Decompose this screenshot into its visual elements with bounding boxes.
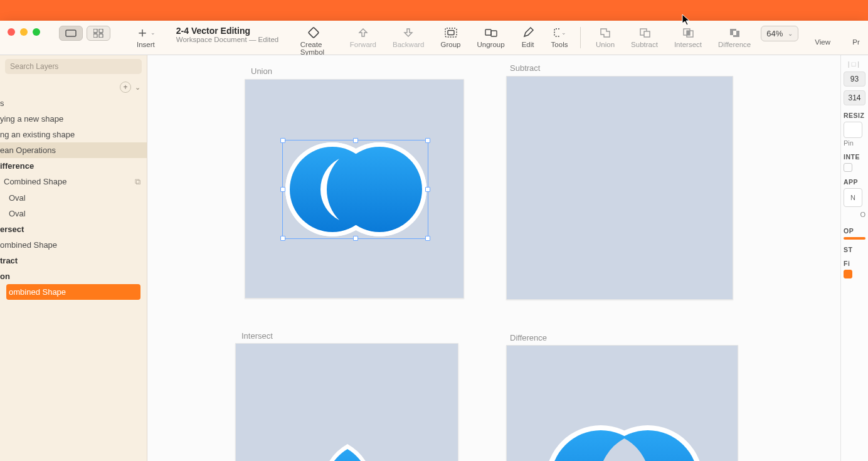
selection-bounds[interactable] [282, 140, 428, 239]
resize-handle-mr[interactable] [425, 187, 430, 192]
minimize-window-button[interactable] [20, 28, 28, 36]
artboard-intersect[interactable] [235, 343, 458, 461]
svg-rect-8 [485, 29, 491, 35]
subtract-icon [638, 26, 652, 40]
difference-shape [507, 346, 739, 461]
group-button[interactable]: Group [435, 26, 467, 48]
insert-button[interactable]: ＋⌄ Insert [130, 26, 161, 48]
layer-row[interactable]: ng an existing shape [0, 127, 147, 142]
layer-list: sying a new shapeng an existing shapeean… [0, 95, 147, 300]
interaction-checkbox[interactable] [844, 163, 852, 172]
insert-label: Insert [137, 41, 155, 48]
ungroup-label: Ungroup [477, 41, 504, 48]
layer-row[interactable]: on [0, 268, 147, 284]
layer-row[interactable]: Oval [0, 190, 147, 206]
tools-icon: ⌄ [553, 26, 566, 40]
zoom-control: 64% ⌄ [761, 26, 798, 41]
layer-row[interactable]: ersect [0, 221, 147, 237]
view-label: View [806, 38, 839, 46]
diamond-icon [307, 26, 320, 40]
position-y-field[interactable]: 314 [844, 90, 865, 105]
position-x-field[interactable]: 93 [844, 72, 865, 87]
resize-handle-ml[interactable] [280, 187, 285, 192]
zoom-window-button[interactable] [33, 28, 40, 36]
backward-button[interactable]: Backward [386, 26, 431, 48]
components-view-button[interactable] [87, 26, 110, 41]
svg-rect-0 [66, 30, 76, 36]
layer-row[interactable]: ombined Shape [0, 237, 147, 253]
svg-rect-5 [309, 28, 319, 38]
canvas-area[interactable]: Union [147, 55, 840, 461]
svg-rect-6 [445, 28, 457, 37]
fill-enabled-checkbox[interactable] [844, 270, 852, 278]
interaction-header: INTE [844, 153, 865, 161]
style-preset-button[interactable]: N [844, 188, 862, 207]
canvas-view-button[interactable] [59, 26, 83, 41]
resize-handle-bm[interactable] [353, 236, 358, 241]
layers-sidebar: Search Layers + ⌄ sying a new shapeng an… [0, 55, 147, 461]
align-controls[interactable]: |□| [844, 59, 865, 72]
chevron-down-icon: ⌄ [788, 30, 793, 37]
close-window-button[interactable] [8, 28, 15, 36]
ungroup-button[interactable]: Ungroup [470, 26, 511, 48]
layer-row[interactable]: ombined Shape [6, 284, 140, 300]
grid-icon [93, 29, 103, 38]
union-label: Union [596, 41, 615, 48]
edit-button[interactable]: Edit [515, 26, 541, 48]
layer-row[interactable]: ifference [0, 158, 147, 174]
opacity-short-label: O [844, 211, 865, 218]
zoom-value: 64% [766, 29, 783, 38]
intersect-label: Intersect [674, 41, 702, 48]
subtract-label: Subtract [631, 41, 658, 48]
artboard-label-union[interactable]: Union [251, 66, 272, 76]
resize-handle-tm[interactable] [353, 138, 358, 143]
layer-row[interactable]: s [0, 95, 147, 111]
artboard-difference[interactable] [506, 345, 738, 461]
intersect-shape [236, 344, 459, 461]
resize-handle-bl[interactable] [280, 236, 285, 241]
create-symbol-button[interactable]: Create Symbol [294, 26, 334, 56]
create-symbol-label: Create Symbol [300, 41, 327, 56]
artboard-label-difference[interactable]: Difference [510, 333, 547, 342]
union-icon [598, 26, 612, 40]
chevron-down-icon[interactable]: ⌄ [135, 83, 140, 92]
resizing-preview[interactable] [844, 122, 862, 138]
layer-row[interactable]: ean Operations [0, 142, 147, 158]
intersect-button[interactable]: Intersect [668, 26, 708, 48]
layer-row[interactable]: tract [0, 253, 147, 268]
layer-row[interactable]: Oval [0, 206, 147, 221]
add-page-button[interactable]: + [120, 82, 131, 93]
mask-icon: ⧉ [135, 177, 140, 187]
svg-rect-4 [99, 34, 103, 38]
document-subtitle: Workspace Document — Edited [176, 36, 279, 43]
view-button[interactable]: View [802, 26, 843, 46]
prototype-label: Pr [849, 38, 861, 46]
subtract-button[interactable]: Subtract [625, 26, 664, 48]
search-layers-input[interactable]: Search Layers [5, 59, 142, 74]
canvas-icon [65, 29, 77, 37]
forward-button[interactable]: Forward [344, 26, 383, 48]
resize-handle-br[interactable] [425, 236, 430, 241]
layer-row[interactable]: ying a new shape [0, 111, 147, 127]
style-header: ST [844, 246, 865, 253]
resize-handle-tr[interactable] [425, 138, 430, 143]
union-button[interactable]: Union [590, 26, 621, 48]
prototype-button[interactable]: Pr [847, 26, 862, 46]
app-window: ＋⌄ Insert 2-4 Vector Editing Workspace D… [0, 21, 868, 461]
difference-button[interactable]: Difference [712, 26, 757, 48]
resize-handle-tl[interactable] [280, 138, 285, 143]
document-title-block: 2-4 Vector Editing Workspace Document — … [165, 26, 290, 43]
bring-forward-icon [356, 26, 370, 40]
svg-rect-9 [491, 31, 497, 36]
forward-label: Forward [350, 41, 376, 48]
artboard-subtract[interactable] [506, 76, 733, 300]
tools-button[interactable]: ⌄ Tools [545, 26, 574, 48]
artboard-label-intersect[interactable]: Intersect [241, 331, 273, 341]
opacity-slider[interactable] [844, 237, 865, 240]
artboard-union[interactable] [245, 79, 464, 299]
zoom-select[interactable]: 64% ⌄ [761, 26, 798, 41]
eye-icon [816, 26, 830, 37]
artboard-label-subtract[interactable]: Subtract [510, 63, 540, 73]
view-mode-segment [59, 26, 110, 41]
layer-row[interactable]: Combined Shape⧉ [0, 174, 147, 190]
